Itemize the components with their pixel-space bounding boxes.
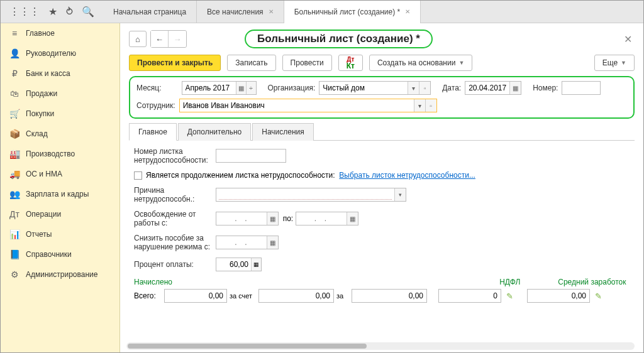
edit-icon[interactable]: ✎ (506, 291, 513, 301)
total-all-field[interactable]: 0,00 (164, 289, 227, 303)
sidebar: ≡Главное 👤Руководителю ₽Банк и касса 🛍Пр… (1, 23, 120, 352)
sidebar-item-purchases[interactable]: 🛒Покупки (1, 104, 119, 124)
more-button[interactable]: Еще▼ (594, 55, 635, 71)
page-title: Больничный лист (создание) * (245, 30, 433, 48)
chevron-down-icon[interactable]: ▾ (408, 82, 419, 94)
date-from-input[interactable] (216, 212, 267, 225)
spinner-icon[interactable]: ▦ (251, 258, 261, 271)
sidebar-item-catalogs[interactable]: 📘Справочники (1, 244, 119, 264)
sheet-no-input[interactable] (216, 149, 286, 162)
employee-input[interactable] (180, 99, 414, 112)
horizontal-scrollbar[interactable] (126, 342, 635, 350)
date-input[interactable] (465, 82, 509, 94)
org-field[interactable]: ▾ ▫ (319, 81, 431, 95)
book-icon: 📘 (9, 249, 19, 259)
tab-accruals[interactable]: Все начисления✕ (197, 1, 284, 23)
history-icon[interactable]: ⥁ (66, 6, 73, 18)
close-page-button[interactable]: ✕ (621, 31, 635, 48)
post-button[interactable]: Провести (282, 55, 332, 71)
sidebar-item-reports[interactable]: 📊Отчеты (1, 224, 119, 244)
sidebar-item-payroll[interactable]: 👥Зарплата и кадры (1, 184, 119, 204)
sidebar-item-sales[interactable]: 🛍Продажи (1, 84, 119, 104)
continuation-label: Является продолжением листка нетрудоспос… (146, 171, 335, 180)
chevron-down-icon[interactable]: ▾ (394, 188, 406, 201)
sidebar-item-admin[interactable]: ⚙Администрирование (1, 264, 119, 285)
accrued-heading: Начислено (134, 278, 279, 286)
gear-icon: ⚙ (9, 269, 19, 280)
calendar-icon[interactable]: ▦ (267, 236, 278, 249)
back-button[interactable]: ← (151, 31, 169, 47)
calendar-icon[interactable]: ▦ (509, 82, 521, 94)
number-field[interactable] (562, 81, 601, 95)
scrollbar-thumb[interactable] (128, 344, 367, 349)
calendar-icon[interactable]: ▦ (236, 82, 246, 94)
date-from-field[interactable]: ▦ (216, 212, 279, 225)
month-input[interactable] (182, 82, 236, 94)
bag-icon: 🛍 (9, 89, 19, 99)
employee-field[interactable]: ▾ ▫ (179, 99, 437, 112)
dtkt-icon: Дт (9, 209, 19, 219)
home-button[interactable]: ⌂ (129, 31, 147, 47)
post-and-close-button[interactable]: Провести и закрыть (129, 55, 221, 71)
calendar-icon[interactable]: ▦ (267, 212, 278, 225)
tab-accruals[interactable]: Начисления (252, 123, 314, 141)
reason-input[interactable] (219, 190, 392, 200)
save-button[interactable]: Записать (227, 55, 275, 71)
sidebar-item-bank[interactable]: ₽Банк и касса (1, 63, 119, 84)
chevron-down-icon[interactable]: ▾ (414, 99, 425, 112)
sidebar-item-assets[interactable]: 🚚ОС и НМА (1, 164, 119, 184)
tab-extra[interactable]: Дополнительно (178, 123, 251, 141)
people-icon: 👥 (9, 189, 19, 199)
spin-icon[interactable]: ÷ (246, 82, 256, 94)
org-input[interactable] (319, 82, 408, 94)
ruble-icon: ₽ (9, 68, 19, 79)
close-icon[interactable]: ✕ (269, 8, 274, 15)
total-label: Всего: (134, 291, 162, 300)
date-to-input[interactable] (296, 212, 347, 225)
avg-heading: Средний заработок (558, 278, 635, 286)
total-account-field[interactable]: 0,00 (258, 289, 334, 303)
tab-sick-leave[interactable]: Больничный лист (создание) *✕ (284, 1, 421, 23)
cart-icon: 🛒 (9, 109, 19, 119)
org-label: Организация: (268, 84, 316, 92)
ndfl-field[interactable]: 0 (438, 289, 501, 303)
open-icon[interactable]: ▫ (419, 82, 430, 94)
sidebar-item-warehouse[interactable]: 📦Склад (1, 124, 119, 144)
star-icon[interactable]: ★ (48, 6, 57, 18)
sheet-no-field[interactable] (216, 149, 286, 163)
open-icon[interactable]: ▫ (425, 99, 436, 112)
sidebar-item-production[interactable]: 🏭Производство (1, 144, 119, 164)
month-field[interactable]: ▦ ÷ (182, 81, 257, 95)
continuation-checkbox[interactable] (134, 171, 142, 180)
sidebar-item-manager[interactable]: 👤Руководителю (1, 43, 119, 63)
edit-icon[interactable]: ✎ (595, 291, 602, 301)
calendar-icon[interactable]: ▦ (347, 212, 358, 225)
reduce-date-input[interactable] (216, 236, 267, 249)
reduce-date-field[interactable]: ▦ (216, 236, 279, 249)
totals-header: Начислено НДФЛ Средний заработок (129, 278, 635, 286)
dtkt-button[interactable]: ДтКт (338, 55, 363, 71)
close-icon[interactable]: ✕ (405, 8, 410, 15)
select-sheet-link[interactable]: Выбрать листок нетрудоспособности... (339, 171, 475, 180)
top-bar: ⋮⋮⋮ ★ ⥁ 🔍 Начальная страница Все начисле… (1, 1, 643, 23)
date-field[interactable]: ▦ (465, 81, 521, 95)
person-icon: 👤 (9, 48, 19, 58)
tab-main[interactable]: Главное (129, 123, 177, 141)
chart-icon: 📊 (9, 229, 19, 239)
sidebar-item-main[interactable]: ≡Главное (1, 23, 119, 43)
avg-field[interactable]: 0,00 (527, 289, 590, 303)
reason-field[interactable]: ▾ (216, 188, 406, 202)
search-icon[interactable]: 🔍 (82, 6, 94, 18)
sidebar-item-operations[interactable]: ДтОперации (1, 204, 119, 224)
tab-home[interactable]: Начальная страница (103, 1, 197, 23)
percent-field[interactable]: ▦ (216, 258, 262, 271)
forward-button[interactable]: → (169, 31, 186, 47)
to-label: по: (283, 214, 294, 223)
create-based-button[interactable]: Создать на основании▼ (369, 55, 472, 71)
total-for-field[interactable]: 0,00 (352, 289, 427, 303)
date-to-field[interactable]: ▦ (296, 212, 358, 225)
number-input[interactable] (562, 82, 600, 94)
box-icon: 📦 (9, 129, 19, 139)
percent-input[interactable] (216, 258, 251, 271)
apps-icon[interactable]: ⋮⋮⋮ (9, 6, 40, 18)
